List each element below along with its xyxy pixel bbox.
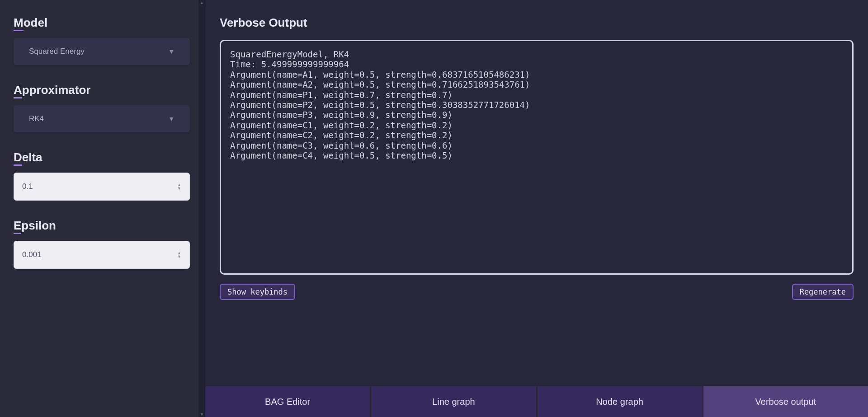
approximator-select-value: RK4 <box>29 114 44 123</box>
sidebar-scrollbar[interactable]: ▴ ▾ <box>198 0 205 417</box>
verbose-output-box: SquaredEnergyModel, RK4 Time: 5.49999999… <box>220 40 854 275</box>
sidebar: Model Squared Energy ▼ Approximator RK4 … <box>0 0 205 417</box>
tab-bag-editor[interactable]: BAG Editor <box>205 386 371 417</box>
regenerate-button[interactable]: Regenerate <box>792 284 854 300</box>
model-label: Model <box>14 16 191 30</box>
epsilon-section: Epsilon ▲▼ <box>14 219 191 269</box>
delta-label: Delta <box>14 150 191 164</box>
model-select-value: Squared Energy <box>29 47 85 56</box>
content-area: Verbose Output SquaredEnergyModel, RK4 T… <box>205 0 868 386</box>
tab-node-graph[interactable]: Node graph <box>538 386 703 417</box>
delta-section: Delta ▲▼ <box>14 150 191 201</box>
chevron-down-icon: ▼ <box>168 48 175 55</box>
approximator-select[interactable]: RK4 ▼ <box>14 105 190 132</box>
chevron-down-icon: ▼ <box>168 115 175 122</box>
page-title: Verbose Output <box>220 16 854 30</box>
tab-line-graph[interactable]: Line graph <box>371 386 537 417</box>
scroll-down-icon[interactable]: ▾ <box>198 412 205 417</box>
tabbar: BAG Editor Line graph Node graph Verbose… <box>205 386 868 417</box>
main-panel: Verbose Output SquaredEnergyModel, RK4 T… <box>205 0 868 417</box>
approximator-section: Approximator RK4 ▼ <box>14 83 191 132</box>
spinner-icon[interactable]: ▲▼ <box>177 252 181 258</box>
epsilon-input-wrapper: ▲▼ <box>14 241 190 269</box>
epsilon-input[interactable] <box>22 250 177 259</box>
approximator-label: Approximator <box>14 83 191 97</box>
scroll-up-icon[interactable]: ▴ <box>198 0 205 5</box>
delta-input-wrapper: ▲▼ <box>14 173 190 201</box>
tab-verbose-output[interactable]: Verbose output <box>703 386 868 417</box>
model-section: Model Squared Energy ▼ <box>14 16 191 65</box>
show-keybinds-button[interactable]: Show keybinds <box>220 284 295 300</box>
spinner-icon[interactable]: ▲▼ <box>177 183 181 190</box>
epsilon-label: Epsilon <box>14 219 191 233</box>
delta-input[interactable] <box>22 182 177 191</box>
button-row: Show keybinds Regenerate <box>220 284 854 300</box>
model-select[interactable]: Squared Energy ▼ <box>14 38 190 65</box>
